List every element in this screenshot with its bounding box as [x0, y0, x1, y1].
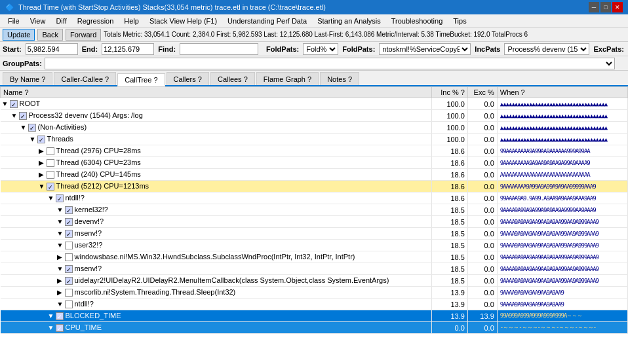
cell-when: -～～～-～～～-～～～-～～～-～～～-: [497, 322, 627, 334]
table-row[interactable]: ▶✓uidelayr2!UIDelayR2.UIDelayR2.MenuItem…: [1, 275, 628, 287]
expand-icon[interactable]: ▼: [57, 265, 65, 272]
table-row[interactable]: ▶windowsbase.ni!MS.Win32.HwndSubclass.Su…: [1, 251, 628, 263]
col-name[interactable]: Name ?: [1, 87, 432, 98]
totals-text: Totals Metric: 33,054.1 Count: 2,384.0 F…: [104, 31, 528, 38]
tab-caller-callee[interactable]: Caller-Callee ?: [54, 72, 116, 85]
expand-icon[interactable]: ▼: [29, 136, 37, 143]
expand-icon[interactable]: ▼: [57, 242, 65, 249]
table-row[interactable]: ▶Thread (6304) CPU=23ms18.60.09AAAAAAAAA…: [1, 157, 628, 169]
expand-icon[interactable]: ▶: [39, 159, 47, 166]
expand-icon[interactable]: ▼: [11, 112, 19, 119]
expand-icon[interactable]: ▼: [57, 230, 65, 237]
menu-diff[interactable]: Diff: [50, 16, 71, 26]
tab-notes[interactable]: Notes ?: [320, 72, 359, 85]
cell-name: ▶mscorlib.ni!System.Threading.Thread.Sle…: [1, 287, 432, 299]
row-checkbox[interactable]: [47, 171, 54, 179]
table-row[interactable]: ▼✓kernel32!?18.50.09AAAA9A99A9A99A9A9AA9…: [1, 204, 628, 216]
start-input[interactable]: [26, 43, 78, 55]
row-checkbox[interactable]: ✓: [10, 100, 18, 108]
expand-icon[interactable]: ▶: [39, 147, 47, 155]
menu-starting[interactable]: Starting an Analysis: [312, 16, 386, 26]
menu-stackview[interactable]: Stack View Help (F1): [144, 16, 222, 26]
table-row[interactable]: ▶mscorlib.ni!System.Threading.Thread.Sle…: [1, 287, 628, 299]
table-row[interactable]: ▶Thread (240) CPU=145ms18.60.0AAAAAAAAAA…: [1, 169, 628, 181]
row-checkbox[interactable]: ✓: [28, 124, 36, 132]
table-row[interactable]: ▼✓CPU_TIME0.00.0-～～～-～～～-～～～-～～～-～～～-: [1, 322, 628, 334]
expand-icon[interactable]: ▶: [57, 277, 65, 284]
end-input[interactable]: [102, 43, 154, 55]
menu-regression[interactable]: Regression: [72, 16, 119, 26]
foldpats-select[interactable]: Fold%: [303, 43, 338, 55]
menu-troubleshooting[interactable]: Troubleshooting: [386, 16, 448, 26]
foldpats2-select[interactable]: ntoskrnl!%ServiceCopyE: [379, 43, 471, 55]
tab-flamegraph[interactable]: Flame Graph ?: [256, 72, 319, 85]
expand-icon[interactable]: ▶: [57, 253, 65, 261]
row-checkbox[interactable]: ✓: [65, 277, 73, 285]
row-checkbox[interactable]: ✓: [56, 194, 64, 202]
expand-icon[interactable]: ▼: [57, 300, 65, 308]
row-checkbox[interactable]: [65, 253, 73, 261]
row-checkbox[interactable]: ✓: [56, 312, 64, 320]
table-row[interactable]: ▼✓Threads100.00.0▲▲▲▲▲▲▲▲▲▲▲▲▲▲▲▲▲▲▲▲▲▲▲…: [1, 134, 628, 145]
menu-view[interactable]: View: [25, 16, 51, 26]
col-exc[interactable]: Exc %: [467, 87, 497, 98]
row-checkbox[interactable]: ✓: [65, 206, 73, 214]
row-checkbox[interactable]: ✓: [47, 183, 54, 191]
update-button[interactable]: Update: [3, 29, 35, 41]
row-checkbox[interactable]: [47, 159, 54, 167]
expand-icon[interactable]: ▼: [39, 183, 47, 190]
row-checkbox[interactable]: ✓: [56, 324, 64, 332]
expand-icon[interactable]: ▶: [39, 171, 47, 178]
tab-callees[interactable]: Callees ?: [210, 72, 255, 85]
maximize-button[interactable]: □: [600, 2, 611, 12]
expand-icon[interactable]: ▼: [48, 194, 56, 202]
col-when[interactable]: When ?: [497, 87, 627, 98]
row-checkbox[interactable]: [47, 147, 54, 155]
row-checkbox[interactable]: [65, 300, 73, 308]
menu-help[interactable]: Help: [119, 16, 144, 26]
back-button[interactable]: Back: [37, 29, 62, 41]
find-input[interactable]: [180, 43, 258, 55]
end-label: End:: [82, 45, 98, 53]
expand-icon[interactable]: ▼: [48, 312, 56, 319]
table-row[interactable]: ▼✓devenv!?18.50.09AAAA9A9AA9AA9AA9A9AA99…: [1, 216, 628, 228]
row-checkbox[interactable]: ✓: [37, 136, 45, 143]
expand-icon[interactable]: ▼: [20, 124, 28, 131]
row-checkbox[interactable]: [65, 242, 73, 249]
table-row[interactable]: ▼✓msenv!?18.50.09AAAA9A9AA9AA9AA9A9AA99A…: [1, 263, 628, 275]
expand-icon[interactable]: ▼: [48, 324, 56, 331]
expand-icon[interactable]: ▶: [57, 289, 65, 296]
table-row[interactable]: ▼user32!?18.50.09AAAA9A9AA9AA9AA9A9AA99A…: [1, 240, 628, 251]
tab-byname[interactable]: By Name ?: [3, 72, 52, 85]
table-row[interactable]: ▼✓BLOCKED_TIME13.913.999A999A999A999A999…: [1, 310, 628, 322]
incpats-select[interactable]: Process% devenv (1544: [504, 43, 589, 55]
row-checkbox[interactable]: ✓: [65, 230, 73, 238]
row-checkbox[interactable]: [65, 289, 73, 297]
row-checkbox[interactable]: ✓: [65, 265, 73, 273]
table-row[interactable]: ▼✓Process32 devenv (1544) Args: /log100.…: [1, 110, 628, 122]
row-checkbox[interactable]: ✓: [65, 218, 73, 226]
table-row[interactable]: ▼ntdll!?13.90.09AAAA9A9AA9AA9AA9A9AA9: [1, 299, 628, 310]
table-row[interactable]: ▼✓ROOT100.00.0▲▲▲▲▲▲▲▲▲▲▲▲▲▲▲▲▲▲▲▲▲▲▲▲▲▲…: [1, 98, 628, 110]
table-container[interactable]: Name ? Inc % ? Exc % When ? ▼✓ROOT100.00…: [0, 86, 628, 364]
cell-exc: 0.0: [467, 228, 497, 240]
grouppats-select[interactable]: [45, 58, 615, 69]
table-row[interactable]: ▼✓Thread (5212) CPU=1213ms18.60.09AAAAAA…: [1, 181, 628, 192]
menu-tips[interactable]: Tips: [448, 16, 471, 26]
row-checkbox[interactable]: ✓: [19, 112, 27, 120]
tab-callers[interactable]: Callers ?: [167, 72, 209, 85]
expand-icon[interactable]: ▼: [2, 100, 10, 107]
table-row[interactable]: ▼✓(Non-Activities)100.00.0▲▲▲▲▲▲▲▲▲▲▲▲▲▲…: [1, 122, 628, 134]
col-inc[interactable]: Inc % ?: [432, 87, 468, 98]
menu-file[interactable]: File: [3, 16, 25, 26]
expand-icon[interactable]: ▼: [57, 218, 65, 225]
table-row[interactable]: ▶Thread (2976) CPU=28ms18.60.099AAAAAAAA…: [1, 145, 628, 157]
table-row[interactable]: ▼✓ntdll!?18.60.099AAAA9A9.9A99.A9AA9A9AA…: [1, 192, 628, 204]
expand-icon[interactable]: ▼: [57, 206, 65, 213]
menu-understanding[interactable]: Understanding Perf Data: [222, 16, 312, 26]
close-button[interactable]: ✕: [612, 2, 623, 12]
table-row[interactable]: ▼✓msenv!?18.50.09AAAA9A9AA9AA9AA9A9AA99A…: [1, 228, 628, 240]
forward-button[interactable]: Forward: [66, 29, 101, 41]
tab-calltree[interactable]: CallTree ?: [117, 73, 165, 86]
minimize-button[interactable]: ─: [589, 2, 599, 12]
